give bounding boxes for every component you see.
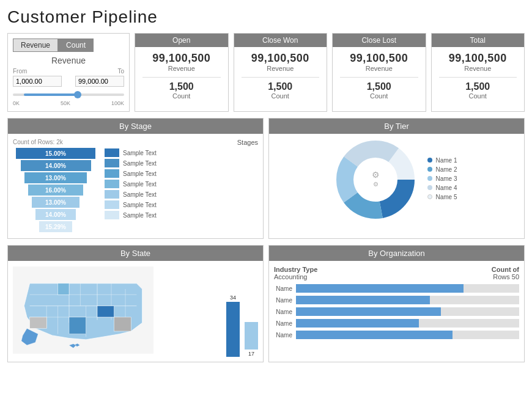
- from-to-row: From To: [13, 68, 124, 75]
- org-bar-name-3: Name: [274, 320, 292, 327]
- state-bar-chart: 34 17: [226, 290, 258, 357]
- open-header: Open: [135, 34, 228, 47]
- svg-text:⚙: ⚙: [373, 181, 379, 188]
- open-count-value: 1,500: [142, 81, 221, 92]
- org-bar-fill-2: [296, 307, 441, 316]
- legend-color-3: [105, 180, 119, 188]
- org-count-group: Count of Rows 50: [492, 266, 519, 280]
- to-input[interactable]: [75, 76, 124, 87]
- svg-rect-22: [114, 317, 131, 331]
- by-tier-card: By Tier ⚙ ⚙ Name 1 Name 2: [268, 118, 525, 239]
- by-tier-body: ⚙ ⚙ Name 1 Name 2 Name 3 Name 4: [269, 134, 524, 225]
- tier-legend-item-4: Name 4: [427, 185, 457, 191]
- org-bar-fill-0: [296, 284, 464, 293]
- legend-color-4: [105, 190, 119, 199]
- stage-legend-title: Stages: [105, 139, 258, 146]
- by-stage-card: By Stage Count of Rows: 2k 15.00%14.00%1…: [7, 118, 264, 239]
- inputs-row: [13, 76, 124, 87]
- tier-name-2: Name 2: [435, 166, 457, 173]
- open-count-label: Count: [142, 92, 221, 100]
- open-revenue-value: 99,100,500: [142, 52, 221, 65]
- tier-legend: Name 1 Name 2 Name 3 Name 4 Name 5: [427, 157, 457, 203]
- tier-legend-item-5: Name 5: [427, 194, 457, 200]
- range-slider[interactable]: [13, 90, 124, 99]
- tier-dot-4: [427, 185, 432, 190]
- funnel-bar-5: 14.00%: [35, 209, 76, 220]
- funnel-bar-1: 14.00%: [21, 160, 91, 171]
- close-won-count-label: Count: [242, 92, 320, 100]
- org-bar-row-2: Name: [274, 307, 519, 316]
- funnel-bar-0: 15.00%: [16, 148, 95, 159]
- legend-label-0: Sample Text: [123, 150, 157, 156]
- open-card: Open 99,100,500 Revenue 1,500 Count: [135, 33, 229, 112]
- org-bar-track-2: [296, 307, 519, 316]
- open-revenue-label: Revenue: [142, 65, 221, 72]
- revenue-toggle[interactable]: Revenue: [13, 38, 58, 52]
- org-bar-name-4: Name: [274, 332, 292, 339]
- tier-name-1: Name 1: [435, 157, 457, 164]
- by-org-card: By Organization Industry Type Accounting…: [268, 245, 525, 362]
- close-won-count-value: 1,500: [242, 81, 320, 92]
- stage-legend: Stages Sample TextSample TextSample Text…: [105, 139, 258, 233]
- legend-color-0: [105, 148, 119, 157]
- legend-item-3: Sample Text: [105, 180, 258, 188]
- close-won-revenue-value: 99,100,500: [242, 52, 320, 65]
- slider-labels: 0K 50K 100K: [13, 100, 124, 106]
- org-bar-row-3: Name: [274, 319, 519, 328]
- total-revenue-value: 99,100,500: [439, 52, 517, 65]
- tier-name-5: Name 5: [435, 194, 457, 200]
- tier-dot-3: [427, 176, 432, 181]
- total-revenue-label: Revenue: [439, 65, 517, 72]
- total-card: Total 99,100,500 Revenue 1,500 Count: [431, 33, 525, 112]
- org-bar-fill-1: [296, 296, 430, 304]
- org-bar-name-2: Name: [274, 309, 292, 315]
- org-bar-name-0: Name: [274, 285, 292, 292]
- tier-dot-5: [427, 194, 432, 199]
- org-header-row: Industry Type Accounting Count of Rows 5…: [274, 266, 519, 280]
- tier-legend-item-1: Name 1: [427, 157, 457, 164]
- slider-max: 100K: [111, 100, 124, 106]
- count-toggle[interactable]: Count: [58, 38, 94, 52]
- from-label: From: [13, 68, 27, 75]
- funnel-bar-6: 15.29%: [39, 221, 72, 232]
- from-input[interactable]: [13, 76, 62, 87]
- legend-label-5: Sample Text: [123, 202, 157, 208]
- bot-row: By State: [7, 245, 525, 362]
- mid-row: By Stage Count of Rows: 2k 15.00%14.00%1…: [7, 118, 525, 239]
- svg-rect-20: [58, 284, 69, 295]
- slider-min: 0K: [13, 100, 20, 106]
- org-bar-track-0: [296, 284, 519, 293]
- legend-item-6: Sample Text: [105, 211, 258, 219]
- close-lost-header: Close Lost: [333, 34, 426, 47]
- close-lost-count-value: 1,500: [340, 81, 418, 92]
- legend-item-5: Sample Text: [105, 200, 258, 209]
- legend-label-4: Sample Text: [123, 191, 157, 198]
- tier-name-4: Name 4: [435, 185, 457, 191]
- close-lost-card: Close Lost 99,100,500 Revenue 1,500 Coun…: [332, 33, 426, 112]
- svg-rect-21: [69, 317, 86, 334]
- funnel-container: 15.00%14.00%13.00%16.00%13.00%14.00%15.2…: [13, 148, 98, 232]
- org-bar-row-4: Name: [274, 331, 519, 339]
- svg-rect-23: [30, 317, 47, 328]
- org-industry-label: Industry Type: [274, 266, 317, 273]
- funnel-bar-3: 16.00%: [28, 185, 83, 196]
- close-won-card: Close Won 99,100,500 Revenue 1,500 Count: [234, 33, 328, 112]
- org-industry-group: Industry Type Accounting: [274, 266, 317, 280]
- total-count-label: Count: [439, 92, 517, 100]
- org-bar-fill-3: [296, 319, 419, 328]
- org-count-label: Count of: [492, 266, 519, 273]
- tier-legend-item-3: Name 3: [427, 175, 457, 182]
- us-map: [13, 266, 221, 357]
- state-bar-2-wrap: 17: [245, 322, 258, 357]
- legend-color-6: [105, 211, 119, 219]
- state-bar-1-val: 34: [230, 295, 236, 301]
- stage-funnel: Count of Rows: 2k 15.00%14.00%13.00%16.0…: [13, 139, 98, 233]
- tier-legend-item-2: Name 2: [427, 166, 457, 173]
- slider-thumb[interactable]: [74, 91, 81, 98]
- by-stage-header: By Stage: [8, 119, 263, 134]
- state-bar-2-val: 17: [248, 351, 254, 357]
- legend-color-5: [105, 200, 119, 209]
- org-bar-row-0: Name: [274, 284, 519, 293]
- total-count-value: 1,500: [439, 81, 517, 92]
- svg-rect-19: [97, 306, 114, 317]
